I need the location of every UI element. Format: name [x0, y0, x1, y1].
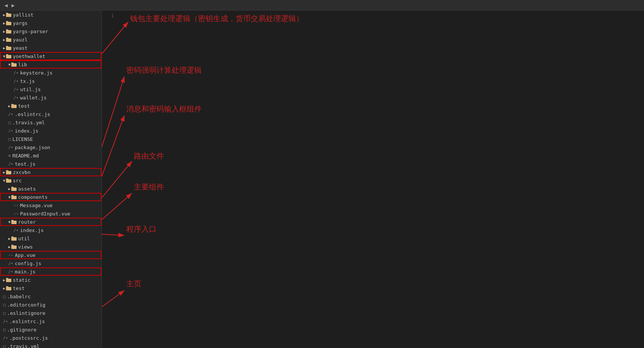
file-prefix-icon: ∕• [8, 162, 13, 166]
tree-item-.postcssrc.js[interactable]: ∕•.postcssrc.js [0, 334, 101, 342]
chevron-icon: ▶ [3, 286, 5, 290]
tree-item-README.md[interactable]: ≡README.md [0, 151, 101, 160]
tree-item-label: .gitignore [7, 327, 37, 333]
tree-item-config.js[interactable]: ∕•config.js [0, 259, 101, 267]
tree-item-yoethwallet[interactable]: ▼yoethwallet [0, 52, 101, 60]
tree-item-PasswordInput.vue[interactable]: ‹›PasswordInput.vue [0, 209, 101, 218]
chevron-icon: ▶ [3, 13, 5, 17]
svg-rect-31 [6, 278, 8, 279]
tree-item-router-index.js[interactable]: ∕•index.js [0, 226, 101, 234]
vue-icon: ‹› [14, 211, 18, 216]
tree-item-.editorconfig[interactable]: □.editorconfig [0, 301, 101, 309]
tree-item-yauzl[interactable]: ▶yauzl [0, 35, 101, 44]
tree-item-label: static [13, 277, 31, 283]
tree-item-static[interactable]: ▶static [0, 276, 101, 284]
tree-item-label: .eslintignore [7, 310, 46, 316]
tree-item-assets[interactable]: ▶assets [0, 185, 101, 193]
tree-item-label: assets [18, 186, 36, 192]
svg-rect-26 [11, 237, 17, 241]
tree-item-util[interactable]: ▶util [0, 234, 101, 243]
tree-item-label: test [13, 285, 25, 291]
file-prefix-icon: ∕• [3, 336, 8, 340]
svg-rect-14 [11, 105, 17, 108]
tree-item-label: yargs [13, 20, 28, 26]
tree-item-.eslintignore[interactable]: □.eslintignore [0, 309, 101, 317]
tree-item-test.js[interactable]: ∕•test.js [0, 160, 101, 168]
tree-item-components[interactable]: ▼components [0, 193, 101, 201]
chevron-icon: ▶ [3, 170, 5, 174]
annotation-6: 程序入口 [126, 224, 156, 234]
sidebar[interactable]: ▶yallist▶yargs▶yargs-parser▶yauzl▶yeast▼… [0, 11, 102, 348]
tree-item-.babelrc[interactable]: □.babelrc [0, 292, 101, 301]
generic-file-icon: □ [3, 311, 6, 316]
tree-item-yargs-parser[interactable]: ▶yargs-parser [0, 27, 101, 35]
tree-item-.eslintrc.js-root[interactable]: ∕•.eslintrc.js [0, 317, 101, 325]
svg-rect-0 [6, 14, 11, 17]
tree-item-.eslintrc.js[interactable]: ∕•.eslintrc.js [0, 110, 101, 118]
nav-forward[interactable]: ▶ [10, 2, 16, 9]
file-prefix-icon: ∕• [8, 112, 13, 117]
svg-rect-6 [6, 38, 11, 42]
tree-item-label: .babelrc [7, 294, 31, 299]
tree-item-label: .eslintrc.js [15, 111, 50, 117]
chevron-icon: ▶ [8, 187, 11, 191]
svg-line-35 [102, 22, 128, 54]
tree-item-router[interactable]: ▼router [0, 218, 101, 226]
tree-item-util.js[interactable]: ∕•util.js [0, 85, 101, 93]
file-prefix-icon: ∕• [8, 269, 13, 274]
tree-item-.travis.yml[interactable]: □.travis.yml [0, 118, 101, 127]
tree-item-yallist[interactable]: ▶yallist [0, 11, 101, 19]
svg-rect-3 [6, 21, 8, 22]
tree-item-zxcvbn[interactable]: ▶zxcvbn [0, 168, 101, 176]
line-numbers: 1 [102, 11, 117, 19]
tree-item-label: yeast [13, 45, 28, 51]
svg-line-39 [102, 193, 132, 220]
tree-item-label: components [18, 194, 48, 200]
svg-rect-8 [6, 47, 11, 50]
svg-line-40 [102, 234, 124, 235]
tree-item-.travis.yml-root[interactable]: □.travis.yml [0, 342, 101, 348]
tree-item-Message.vue[interactable]: ‹›Message.vue [0, 201, 101, 209]
tree-item-index.js[interactable]: ∕•index.js [0, 127, 101, 135]
tree-item-lib[interactable]: ▼lib [0, 60, 101, 69]
tree-item-label: README.md [12, 153, 39, 159]
chevron-icon: ▶ [3, 46, 5, 50]
chevron-icon: ▶ [8, 104, 11, 108]
nav-back[interactable]: ◀ [3, 2, 9, 9]
tree-item-test[interactable]: ▶test [0, 102, 101, 110]
svg-rect-1 [6, 13, 8, 14]
svg-rect-20 [11, 188, 17, 191]
tree-item-label: lib [18, 62, 27, 67]
generic-file-icon: □ [8, 120, 11, 125]
tree-item-yargs[interactable]: ▶yargs [0, 19, 101, 27]
tree-item-label: .travis.yml [12, 120, 45, 125]
tree-item-label: util.js [20, 87, 41, 92]
tree-item-label: main.js [15, 269, 35, 275]
tree-item-yeast[interactable]: ▶yeast [0, 44, 101, 52]
annotation-4: 路由文件 [134, 151, 164, 161]
tree-item-label: Message.vue [20, 203, 52, 208]
chevron-icon: ▶ [3, 21, 5, 25]
tree-item-label: tx.js [20, 78, 35, 84]
tree-item-keystore.js[interactable]: ∕•keystore.js [0, 69, 101, 77]
tree-item-label: PasswordInput.vue [20, 211, 70, 217]
tree-item-App.vue[interactable]: ‹›App.vue [0, 251, 101, 259]
tree-item-label: .travis.yml [7, 343, 40, 348]
tree-item-views[interactable]: ▶views [0, 243, 101, 251]
svg-rect-22 [11, 196, 17, 199]
tree-item-wallet.js[interactable]: ∕•wallet.js [0, 93, 101, 102]
svg-rect-7 [6, 38, 8, 39]
nav-arrows[interactable]: ◀ ▶ [3, 2, 16, 9]
svg-rect-17 [6, 170, 8, 171]
tree-item-LICENSE[interactable]: □LICENSE [0, 135, 101, 143]
chevron-icon: ▶ [8, 237, 11, 241]
tree-item-tx.js[interactable]: ∕•tx.js [0, 77, 101, 85]
tree-item-label: App.vue [15, 252, 35, 258]
json-icon: ∕• [8, 145, 13, 150]
tree-item-main.js[interactable]: ∕•main.js [0, 267, 101, 276]
chevron-icon: ▶ [3, 29, 5, 34]
tree-item-test-root[interactable]: ▶test [0, 284, 101, 292]
tree-item-package.json[interactable]: ∕•package.json [0, 143, 101, 151]
tree-item-.gitignore[interactable]: □.gitignore [0, 325, 101, 334]
tree-item-src[interactable]: ▼src [0, 176, 101, 185]
